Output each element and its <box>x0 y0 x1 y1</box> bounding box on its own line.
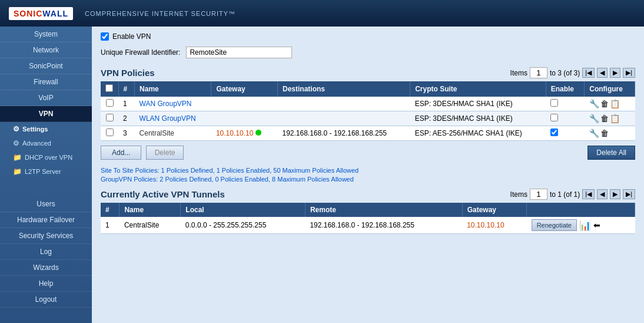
th-name: Name <box>135 81 211 97</box>
th-tunnel-local: Local <box>181 203 306 217</box>
row2-destinations <box>277 111 410 126</box>
row1-name: WAN GroupVPN <box>135 97 211 111</box>
dhcp-icon: 📁 <box>13 153 22 162</box>
sidebar-item-log[interactable]: Log <box>0 244 92 260</box>
sidebar: System Network SonicPoint Firewall VoIP … <box>0 27 92 323</box>
select-all-checkbox[interactable] <box>105 84 113 92</box>
th-tunnel-remote: Remote <box>305 203 462 217</box>
sidebar-submenu-settings[interactable]: ⚙ Settings <box>0 122 92 136</box>
th-configure: Configure <box>585 81 635 97</box>
row3-config-icons: 🔧 🗑 <box>589 128 630 138</box>
sidebar-item-firewall[interactable]: Firewall <box>0 74 92 90</box>
sidebar-submenu-l2tp[interactable]: 📁 L2TP Server <box>0 164 92 179</box>
row3-num: 3 <box>118 126 135 141</box>
tunnels-header: Currently Active VPN Tunnels Items to 1 … <box>101 189 635 200</box>
tunnels-page-input[interactable] <box>530 189 547 200</box>
row2-crypto: ESP: 3DES/HMAC SHA1 (IKE) <box>410 111 546 126</box>
tunnels-table: # Name Local Remote Gateway 1 CentralSit… <box>101 203 635 234</box>
vpn-first-page[interactable]: |◀ <box>582 68 595 78</box>
sonicwall-logo: SONICWALL <box>9 7 73 20</box>
sidebar-item-help[interactable]: Help <box>0 276 92 292</box>
row3-delete-icon[interactable]: 🗑 <box>600 128 609 138</box>
sidebar-submenu-advanced[interactable]: ⚙ Advanced <box>0 136 92 150</box>
row1-enable <box>546 97 585 111</box>
th-enable: Enable <box>546 81 585 97</box>
tunnel1-remote: 192.168.168.0 - 192.168.168.255 <box>305 217 462 234</box>
th-num: # <box>118 81 135 97</box>
sidebar-item-security-services[interactable]: Security Services <box>0 228 92 244</box>
vpn-next-page[interactable]: ▶ <box>610 68 620 78</box>
row1-config-icons: 🔧 🗑 📋 <box>589 99 630 108</box>
row2-copy-icon[interactable]: 📋 <box>610 114 620 123</box>
main-layout: System Network SonicPoint Firewall VoIP … <box>0 27 644 323</box>
vpn-page-input[interactable] <box>530 67 547 78</box>
row3-check <box>101 126 118 141</box>
firewall-id-row: Unique Firewall Identifier: <box>101 47 635 58</box>
sidebar-item-users[interactable]: Users <box>0 196 92 212</box>
tunnels-pagination: Items to 1 (of 1) |◀ ◀ ▶ ▶| <box>510 189 635 200</box>
sidebar-submenu-dhcp[interactable]: 📁 DHCP over VPN <box>0 150 92 164</box>
tunnels-first-page[interactable]: |◀ <box>582 189 595 199</box>
logo-area: SONICWALL COMPREHENSIVE INTERNET SECURIT… <box>9 7 235 20</box>
row3-checkbox[interactable] <box>106 128 114 136</box>
row1-checkbox[interactable] <box>106 99 114 107</box>
tunnels-last-page[interactable]: ▶| <box>623 189 635 199</box>
row2-num: 2 <box>118 111 135 126</box>
th-tunnel-name: Name <box>119 203 181 217</box>
groupvpn-info[interactable]: GroupVPN Policies: 2 Policies Defined, 0… <box>101 176 635 183</box>
vpn-policies-header: VPN Policies Items to 3 (of 3) |◀ ◀ ▶ ▶| <box>101 67 635 78</box>
sidebar-item-system[interactable]: System <box>0 27 92 42</box>
add-button[interactable]: Add... <box>101 146 141 160</box>
row3-enable-checkbox[interactable] <box>550 128 558 136</box>
row2-edit-icon[interactable]: 🔧 <box>589 114 599 123</box>
items-label-vpn: Items <box>510 69 527 77</box>
row2-enable-checkbox[interactable] <box>550 114 558 121</box>
vpn-policies-table: # Name Gateway Destinations Crypto Suite… <box>101 81 635 141</box>
th-check <box>101 81 118 97</box>
row1-delete-icon[interactable]: 🗑 <box>600 99 609 108</box>
row1-copy-icon[interactable]: 📋 <box>610 99 620 108</box>
tunnel-row: 1 CentralSite 0.0.0.0 - 255.255.255.255 … <box>101 217 635 234</box>
tunnel1-actions: Renegotiate 📊 ⬅ <box>527 217 635 234</box>
tunnel-disconnect-icon[interactable]: ⬅ <box>593 220 600 230</box>
row3-crypto: ESP: AES-256/HMAC SHA1 (IKE) <box>410 126 546 141</box>
row1-destinations <box>277 97 410 111</box>
row1-gateway <box>211 97 278 111</box>
sidebar-item-logout[interactable]: Logout <box>0 292 92 308</box>
row2-checkbox[interactable] <box>106 114 114 121</box>
row1-edit-icon[interactable]: 🔧 <box>589 99 599 108</box>
table-row: 1 WAN GroupVPN ESP: 3DES/HMAC SHA1 (IKE)… <box>101 97 635 111</box>
vpn-last-page[interactable]: ▶| <box>623 68 635 78</box>
row2-delete-icon[interactable]: 🗑 <box>600 114 609 123</box>
th-tunnel-actions <box>527 203 635 217</box>
vpn-prev-page[interactable]: ◀ <box>597 68 608 78</box>
row3-enable <box>546 126 585 141</box>
delete-button[interactable]: Delete <box>146 146 184 160</box>
site-to-site-info[interactable]: Site To Site Policies: 1 Policies Define… <box>101 167 635 174</box>
firewall-id-input[interactable] <box>186 47 292 58</box>
l2tp-icon: 📁 <box>13 167 22 176</box>
sidebar-item-hw-failover[interactable]: Hardware Failover <box>0 212 92 228</box>
info-links: Site To Site Policies: 1 Policies Define… <box>101 167 635 183</box>
row1-enable-checkbox[interactable] <box>550 99 558 107</box>
sidebar-item-vpn[interactable]: VPN <box>0 106 92 122</box>
delete-all-button[interactable]: Delete All <box>587 146 635 160</box>
row2-configure: 🔧 🗑 📋 <box>585 111 635 126</box>
sidebar-item-sonicpoint[interactable]: SonicPoint <box>0 58 92 74</box>
sidebar-item-voip[interactable]: VoIP <box>0 90 92 106</box>
row1-crypto: ESP: 3DES/HMAC SHA1 (IKE) <box>410 97 546 111</box>
tunnel-stats-icon[interactable]: 📊 <box>579 220 591 231</box>
sidebar-item-network[interactable]: Network <box>0 42 92 58</box>
tunnels-prev-page[interactable]: ◀ <box>597 189 608 199</box>
tunnel1-gateway: 10.10.10.10 <box>462 217 526 234</box>
th-crypto: Crypto Suite <box>410 81 546 97</box>
row3-edit-icon[interactable]: 🔧 <box>589 128 599 138</box>
enable-vpn-checkbox[interactable] <box>101 32 109 41</box>
header: SONICWALL COMPREHENSIVE INTERNET SECURIT… <box>0 0 644 27</box>
row2-name: WLAN GroupVPN <box>135 111 211 126</box>
tunnel1-local: 0.0.0.0 - 255.255.255.255 <box>181 217 306 234</box>
sidebar-item-wizards[interactable]: Wizards <box>0 260 92 276</box>
renegotiate-button[interactable]: Renegotiate <box>532 219 577 231</box>
tunnels-next-page[interactable]: ▶ <box>610 189 620 199</box>
tunnels-title: Currently Active VPN Tunnels <box>101 189 225 199</box>
